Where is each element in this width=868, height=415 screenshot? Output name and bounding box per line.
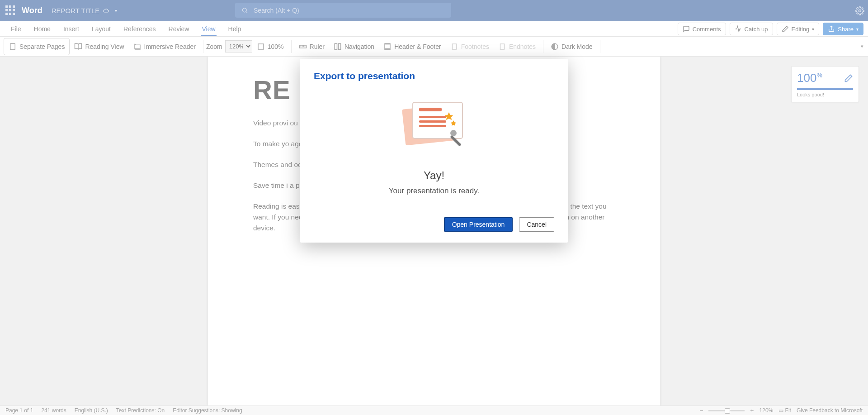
export-presentation-dialog: Export to presentation Yay! Your present… (300, 59, 568, 243)
svg-point-23 (450, 130, 457, 136)
dialog-illustration (314, 94, 554, 153)
cancel-button[interactable]: Cancel (519, 217, 554, 232)
dialog-subtext: Your presentation is ready. (314, 186, 554, 196)
svg-rect-20 (419, 120, 446, 123)
dialog-title: Export to presentation (314, 71, 554, 81)
svg-rect-19 (419, 116, 446, 118)
modal-overlay: Export to presentation Yay! Your present… (0, 0, 868, 415)
svg-rect-18 (419, 108, 442, 111)
svg-rect-21 (419, 125, 446, 127)
dialog-message: Yay! (314, 169, 554, 182)
open-presentation-button[interactable]: Open Presentation (444, 217, 513, 232)
